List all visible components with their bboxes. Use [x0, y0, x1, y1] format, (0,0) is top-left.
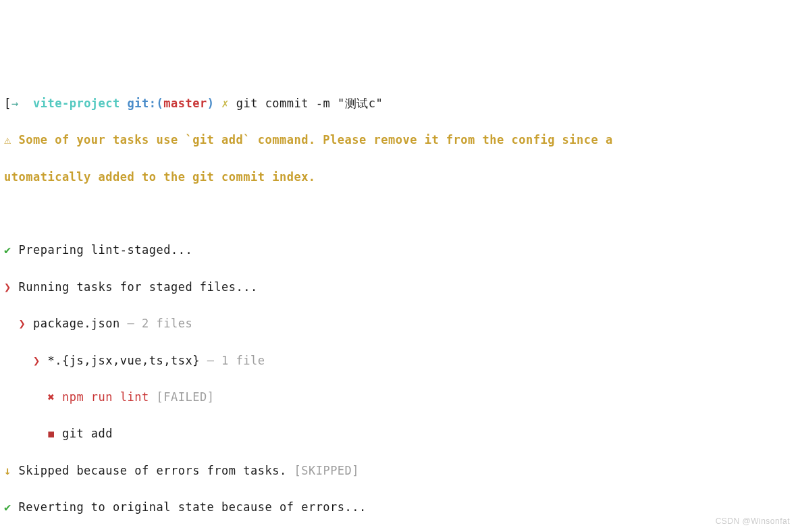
arrow-icon: →: [11, 97, 19, 110]
task-text: npm run lint: [62, 390, 149, 404]
git-label: git:: [128, 97, 157, 110]
task-lint-failed: ✖ npm run lint [FAILED]: [4, 388, 794, 406]
project-name: vite-project: [33, 97, 120, 110]
task-text: Preparing lint-staged...: [19, 243, 193, 257]
command-text: git commit -m "测试c": [236, 97, 383, 110]
task-glob: ❯ *.{js,jsx,vue,ts,tsx} — 1 file: [4, 352, 794, 370]
rparen: ): [207, 97, 215, 110]
task-reverting: ✔ Reverting to original state because of…: [4, 498, 794, 516]
x-icon: ✖: [47, 390, 55, 404]
meta-text: — 1 file: [207, 354, 265, 367]
task-text: git add: [62, 427, 113, 440]
warning-text: Some of your tasks use `git add` command…: [19, 133, 613, 147]
angle-icon: ❯: [18, 317, 26, 330]
angle-icon: ❯: [33, 354, 41, 367]
prompt-line-1: [→ vite-project git:(master) ✗ git commi…: [4, 95, 794, 113]
watermark: CSDN @Winsonfat: [716, 515, 790, 528]
warning-line: ⚠ Some of your tasks use `git add` comma…: [4, 131, 794, 149]
lparen: (: [157, 97, 164, 110]
task-text: *.{js,jsx,vue,ts,tsx}: [47, 354, 199, 367]
task-skipped: ↓ Skipped because of errors from tasks. …: [4, 462, 794, 480]
warning-icon: ⚠: [4, 133, 11, 147]
task-text: package.json: [33, 317, 120, 330]
angle-icon: ❯: [4, 280, 11, 294]
terminal-output[interactable]: [→ vite-project git:(master) ✗ git commi…: [4, 76, 794, 532]
task-text: Running tasks for staged files...: [19, 280, 258, 294]
check-icon: ✔: [4, 243, 11, 257]
square-icon: ◼: [47, 427, 55, 440]
task-gitadd: ◼ git add: [4, 425, 794, 443]
blank-line: [4, 205, 794, 223]
task-package: ❯ package.json — 2 files: [4, 315, 794, 333]
down-arrow-icon: ↓: [4, 464, 11, 477]
task-text: Reverting to original state because of e…: [19, 500, 367, 514]
meta-text: — 2 files: [128, 317, 193, 330]
task-preparing: ✔ Preparing lint-staged...: [4, 241, 794, 259]
warning-line-2: utomatically added to the git commit ind…: [4, 168, 794, 186]
branch-name: master: [163, 97, 207, 110]
dirty-icon: ✗: [221, 97, 229, 110]
check-icon: ✔: [4, 500, 11, 514]
status-text: [SKIPPED]: [294, 464, 359, 477]
task-running: ❯ Running tasks for staged files...: [4, 278, 794, 296]
status-text: [FAILED]: [157, 390, 215, 404]
task-text: Skipped because of errors from tasks.: [19, 464, 287, 477]
